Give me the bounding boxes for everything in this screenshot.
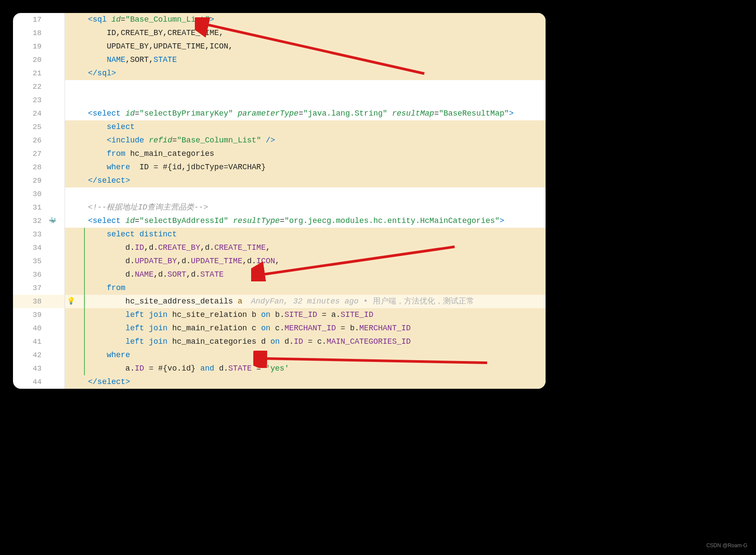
code-line[interactable]: 19 UPDATE_BY,UPDATE_TIME,ICON,	[13, 40, 546, 53]
code-content[interactable]: d.UPDATE_BY,d.UPDATE_TIME,d.ICON,	[65, 255, 546, 268]
code-token: include	[111, 136, 144, 145]
code-line[interactable]: 29 </select>	[13, 174, 546, 187]
gutter-separator	[56, 40, 65, 53]
code-token	[144, 324, 149, 332]
code-line[interactable]: 28 where ID = #{id,jdbcType=VARCHAR}	[13, 161, 546, 174]
code-token: =	[298, 109, 303, 118]
code-line[interactable]: 22	[13, 80, 546, 94]
code-content[interactable]: </select>	[65, 375, 546, 389]
code-line[interactable]: 44 </select>	[13, 375, 546, 389]
code-content[interactable]: ID,CREATE_BY,CREATE_TIME,	[65, 26, 546, 40]
code-line[interactable]: 24 <select id="selectByPrimaryKey" param…	[13, 107, 546, 120]
code-line[interactable]: 37 from	[13, 281, 546, 295]
code-content[interactable]: UPDATE_BY,UPDATE_TIME,ICON,	[65, 40, 546, 53]
code-content[interactable]: <sql id="Base_Column_List">	[65, 13, 546, 26]
code-token: SITE_ID	[284, 310, 317, 319]
git-blame-annotation[interactable]: AndyFan, 32 minutes ago • 用户端，方法优化，测试正常	[242, 297, 474, 306]
gutter-marker	[48, 295, 56, 308]
code-token: join	[149, 324, 168, 332]
code-content[interactable]: where ID = #{id,jdbcType=VARCHAR}	[65, 161, 546, 174]
code-content[interactable]: left join hc_main_categories d on d.ID =…	[65, 335, 546, 348]
code-token: 'yes'	[266, 364, 289, 373]
lightbulb-icon[interactable]: 💡	[67, 295, 75, 308]
code-line[interactable]: 21 </sql>	[13, 67, 546, 80]
code-line[interactable]: 42 where	[13, 348, 546, 362]
code-token: join	[149, 310, 168, 319]
code-line[interactable]: 39 left join hc_site_relation b on b.SIT…	[13, 308, 546, 322]
code-token: d.	[280, 337, 294, 346]
gutter-marker	[48, 281, 56, 295]
code-token: UPDATE_BY,UPDATE_TIME,ICON,	[69, 42, 233, 51]
code-line[interactable]: 36 d.NAME,d.SORT,d.STATE	[13, 268, 546, 281]
code-token: />	[261, 136, 275, 145]
code-line[interactable]: 32🐳 <select id="selectByAddressId" resul…	[13, 214, 546, 228]
code-content[interactable]: <include refid="Base_Column_List" />	[65, 134, 546, 147]
code-content[interactable]	[65, 94, 546, 107]
code-line[interactable]: 17 <sql id="Base_Column_List">	[13, 13, 546, 26]
gutter-separator	[56, 308, 65, 322]
code-content[interactable]: <!--根据地址ID查询主营品类-->	[65, 201, 546, 214]
code-token	[107, 15, 111, 24]
line-number: 25	[13, 120, 48, 134]
code-line[interactable]: 31 <!--根据地址ID查询主营品类-->	[13, 201, 546, 214]
code-content[interactable]: </select>	[65, 174, 546, 187]
line-number: 23	[13, 94, 48, 107]
code-content[interactable]: left join hc_site_relation b on b.SITE_I…	[65, 308, 546, 322]
code-editor[interactable]: 17 <sql id="Base_Column_List">18 ID,CREA…	[13, 13, 546, 389]
gutter-separator	[56, 80, 65, 94]
company-icon: 🐳	[48, 214, 56, 228]
code-token: <	[88, 15, 93, 24]
code-line[interactable]: 18 ID,CREATE_BY,CREATE_TIME,	[13, 26, 546, 40]
gutter-marker	[48, 308, 56, 322]
gutter-separator	[56, 201, 65, 214]
code-token: >	[500, 216, 504, 225]
line-number: 31	[13, 201, 48, 214]
code-token: MERCHANT_ID	[359, 324, 411, 332]
indent-guide	[84, 241, 85, 255]
code-content[interactable]: left join hc_main_relation c on c.MERCHA…	[65, 322, 546, 335]
code-token	[69, 378, 88, 386]
line-number: 22	[13, 80, 48, 94]
code-token	[69, 337, 126, 346]
code-line[interactable]: 35 d.UPDATE_BY,d.UPDATE_TIME,d.ICON,	[13, 255, 546, 268]
code-line[interactable]: 27 from hc_main_categories	[13, 147, 546, 161]
code-content[interactable]	[65, 80, 546, 94]
code-line[interactable]: 34 d.ID,d.CREATE_BY,d.CREATE_TIME,	[13, 241, 546, 255]
code-line[interactable]: 38💡 hc_site_address_details aAndyFan, 32…	[13, 295, 546, 308]
code-content[interactable]: d.NAME,d.SORT,d.STATE	[65, 268, 546, 281]
code-content[interactable]: <select id="selectByAddressId" resultTyp…	[65, 214, 546, 228]
code-token	[69, 109, 88, 118]
code-line[interactable]: 20 NAME,SORT,STATE	[13, 53, 546, 67]
code-line[interactable]: 25 select	[13, 120, 546, 134]
gutter-marker	[48, 255, 56, 268]
code-token: = #{vo.id}	[144, 364, 200, 373]
code-content[interactable]: a.ID = #{vo.id} and d.STATE = 'yes'	[65, 362, 546, 375]
code-content[interactable]: select	[65, 120, 546, 134]
code-content[interactable]: NAME,SORT,STATE	[65, 53, 546, 67]
code-content[interactable]: <select id="selectByPrimaryKey" paramete…	[65, 107, 546, 120]
code-line[interactable]: 30	[13, 187, 546, 201]
code-content[interactable]: </sql>	[65, 67, 546, 80]
code-token: d.	[69, 243, 135, 252]
code-token	[69, 310, 126, 319]
code-line[interactable]: 33 select distinct	[13, 228, 546, 241]
code-line[interactable]: 43 a.ID = #{vo.id} and d.STATE = 'yes'	[13, 362, 546, 375]
code-content[interactable]: from	[65, 281, 546, 295]
code-content[interactable]: from hc_main_categories	[65, 147, 546, 161]
code-token: select	[93, 109, 121, 118]
code-token: STATE	[228, 364, 252, 373]
code-token: hc_main_relation c	[168, 324, 261, 332]
code-token: CREATE_TIME	[214, 243, 266, 252]
code-content[interactable]	[65, 187, 546, 201]
code-content[interactable]: d.ID,d.CREATE_BY,d.CREATE_TIME,	[65, 241, 546, 255]
code-content[interactable]: 💡 hc_site_address_details aAndyFan, 32 m…	[65, 295, 546, 308]
line-number: 43	[13, 362, 48, 375]
code-line[interactable]: 23	[13, 94, 546, 107]
gutter-separator	[56, 134, 65, 147]
code-line[interactable]: 26 <include refid="Base_Column_List" />	[13, 134, 546, 147]
code-content[interactable]: select distinct	[65, 228, 546, 241]
code-line[interactable]: 40 left join hc_main_relation c on c.MER…	[13, 322, 546, 335]
code-token	[121, 109, 126, 118]
code-content[interactable]: where	[65, 348, 546, 362]
code-line[interactable]: 41 left join hc_main_categories d on d.I…	[13, 335, 546, 348]
